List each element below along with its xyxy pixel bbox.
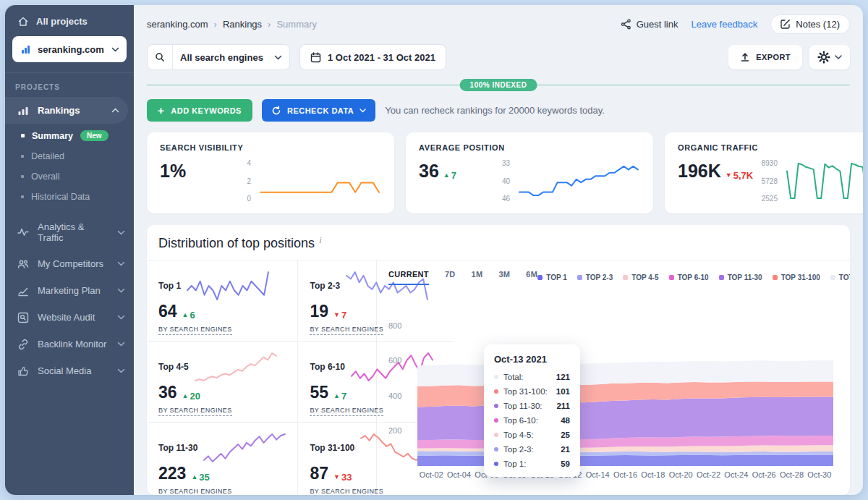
- tab-current[interactable]: CURRENT: [388, 270, 429, 285]
- recheck-data-button[interactable]: RECHECK DATA: [262, 99, 375, 122]
- sidebar-item-marketing-plan[interactable]: Marketing Plan: [5, 277, 134, 304]
- submenu-item-detailed[interactable]: Detailed: [5, 146, 134, 166]
- sidebar-item-backlink-monitor[interactable]: Backlink Monitor: [5, 331, 134, 357]
- bar-chart-icon: [20, 43, 32, 56]
- x-axis-label: Oct-24: [724, 470, 748, 479]
- submenu-label: Detailed: [31, 151, 64, 161]
- tooltip-label: Top 1:: [503, 459, 526, 468]
- sidebar-item-my-competitors[interactable]: My Competitors: [5, 250, 134, 277]
- gear-icon: [817, 51, 830, 64]
- legend-item-top-6-10[interactable]: Top 6-10: [669, 274, 709, 281]
- metric-title: AVERAGE POSITION: [419, 143, 640, 152]
- add-keywords-label: ADD KEYWORDS: [171, 106, 242, 115]
- stacked-area-chart: 200400600800Oct-02Oct-04Oct-06Oct-08Oct-…: [388, 297, 838, 486]
- submenu-item-historical-data[interactable]: Historical Data: [5, 187, 134, 207]
- legend-item-top-11-30[interactable]: Top 11-30: [719, 274, 762, 281]
- by-search-engines-link[interactable]: BY SEARCH ENGINES: [158, 407, 232, 416]
- date-range-value: 1 Oct 2021 - 31 Oct 2021: [328, 52, 435, 63]
- position-value: 19: [310, 302, 328, 321]
- search-icon: [148, 45, 173, 69]
- leave-feedback-link[interactable]: Leave feedback: [692, 19, 758, 30]
- notes-pencil-icon: [780, 19, 791, 29]
- metric-delta: ▼5,7K: [726, 170, 753, 181]
- search-engine-value: All search engines: [180, 52, 263, 63]
- by-search-engines-link[interactable]: BY SEARCH ENGINES: [310, 326, 383, 335]
- guest-link-button[interactable]: Guest link: [621, 19, 678, 30]
- recheck-hint: You can recheck rankings for 20000 keywo…: [385, 105, 605, 116]
- tooltip-date: Oct-13 2021: [494, 354, 570, 365]
- sidebar-item-rankings[interactable]: Rankings: [5, 97, 128, 124]
- sidebar-item-website-audit[interactable]: Website Audit: [5, 304, 134, 331]
- share-icon: [621, 19, 631, 30]
- rankings-label: Rankings: [38, 105, 80, 116]
- bullet-icon: [21, 195, 24, 198]
- by-search-engines-link[interactable]: BY SEARCH ENGINES: [310, 488, 383, 495]
- new-badge: New: [80, 130, 109, 141]
- position-label: Top 1: [158, 281, 181, 291]
- chart-tooltip: Oct-13 2021 Total:121Top 31-100:101Top 1…: [484, 344, 580, 477]
- legend-item-top-4-5[interactable]: Top 4-5: [623, 274, 658, 281]
- submenu-label: Historical Data: [31, 192, 90, 202]
- sidebar-item-social-media[interactable]: Social Media: [5, 357, 134, 384]
- by-search-engines-link[interactable]: BY SEARCH ENGINES: [158, 326, 232, 335]
- legend-item-total[interactable]: Total: [830, 274, 850, 281]
- tab-6m[interactable]: 6M: [526, 270, 537, 285]
- chevron-down-icon: [111, 47, 119, 52]
- tooltip-value: 48: [561, 416, 570, 425]
- legend-item-top-31-100[interactable]: Top 31-100: [773, 274, 820, 281]
- project-selector[interactable]: seranking.com: [12, 36, 127, 62]
- export-button[interactable]: EXPORT: [728, 45, 802, 69]
- chevron-down-icon: [117, 288, 125, 293]
- distribution-title: Distribution of top positions: [158, 236, 315, 251]
- by-search-engines-link[interactable]: BY SEARCH ENGINES: [310, 407, 383, 416]
- sidebar: All projects seranking.com PROJECTS Rank…: [5, 5, 134, 495]
- y-axis-label: 200: [388, 426, 413, 435]
- notes-button[interactable]: Notes (12): [770, 14, 850, 34]
- position-delta: ▲ 7: [333, 391, 346, 402]
- submenu-item-overall[interactable]: Overall: [5, 166, 134, 187]
- add-keywords-button[interactable]: + ADD KEYWORDS: [147, 99, 252, 122]
- settings-button[interactable]: [809, 45, 850, 69]
- x-axis-label: Oct-04: [447, 470, 471, 479]
- search-engine-select[interactable]: All search engines: [147, 44, 290, 70]
- position-delta: ▲ 6: [182, 310, 195, 321]
- x-axis-label: Oct-30: [807, 470, 831, 479]
- rankings-icon: [17, 104, 29, 116]
- position-delta: ▼ 33: [333, 472, 352, 483]
- legend-item-top-1[interactable]: Top 1: [537, 274, 567, 281]
- position-sparkline: [193, 351, 278, 383]
- tab-7d[interactable]: 7D: [445, 270, 456, 285]
- info-icon[interactable]: i: [319, 235, 321, 246]
- date-range-picker[interactable]: 1 Oct 2021 - 31 Oct 2021: [299, 44, 446, 70]
- position-mini-cards: Top 164▲ 6BY SEARCH ENGINESTop 2-319▼ 7B…: [147, 260, 377, 495]
- position-value: 36: [158, 383, 177, 402]
- tooltip-row: Top 1:59: [494, 459, 570, 468]
- x-axis-label: Oct-02: [420, 470, 443, 479]
- checklist-icon: [17, 284, 29, 297]
- tooltip-label: Top 4-5:: [503, 431, 534, 439]
- y-tick-label: 0: [226, 195, 251, 203]
- position-label: Top 4-5: [158, 362, 189, 372]
- tooltip-value: 121: [556, 373, 570, 381]
- legend-swatch: [773, 275, 778, 280]
- indexed-badge: 100% INDEXED: [460, 79, 537, 91]
- x-axis-label: Oct-16: [613, 470, 637, 479]
- submenu-item-summary[interactable]: Summary New: [5, 125, 134, 146]
- breadcrumb-project[interactable]: seranking.com: [147, 19, 208, 30]
- bullet-icon: [21, 134, 25, 137]
- sidebar-divider: [5, 72, 134, 73]
- sidebar-all-projects[interactable]: All projects: [5, 5, 134, 35]
- tab-3m[interactable]: 3M: [498, 270, 510, 285]
- by-search-engines-link[interactable]: BY SEARCH ENGINES: [158, 488, 232, 495]
- tab-1m[interactable]: 1M: [472, 270, 483, 285]
- legend-item-top-2-3[interactable]: Top 2-3: [577, 274, 613, 281]
- tooltip-label: Top 31-100:: [503, 387, 548, 396]
- sidebar-item-analytics-traffic[interactable]: Analytics & Traffic: [5, 214, 134, 250]
- audit-magnifier-icon: [17, 311, 29, 323]
- sidebar-item-label: My Competitors: [38, 258, 103, 269]
- all-projects-label: All projects: [36, 16, 88, 27]
- sidebar-item-label: Marketing Plan: [38, 285, 101, 296]
- submenu-label: Overall: [31, 171, 60, 182]
- position-label: Top 2-3: [310, 281, 340, 291]
- breadcrumb-rankings[interactable]: Rankings: [223, 19, 262, 30]
